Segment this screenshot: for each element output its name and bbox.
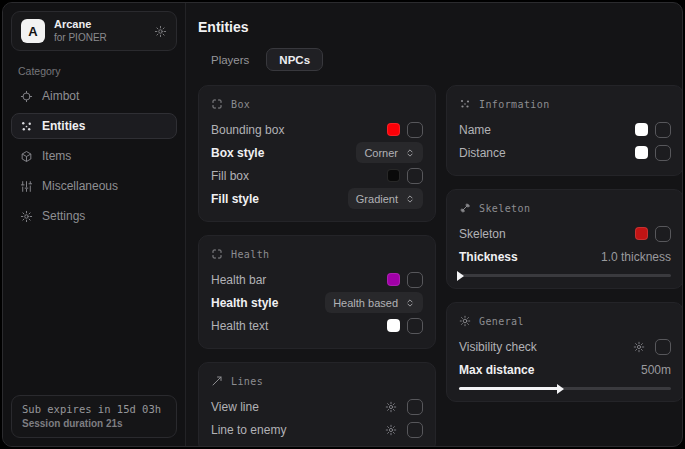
line-to-enemy-gear-icon[interactable] xyxy=(385,424,397,436)
view-line-checkbox[interactable] xyxy=(407,399,423,415)
row-health-style: Health style Health based xyxy=(211,291,423,314)
sidebar-item-label: Miscellaneous xyxy=(42,179,118,193)
unfold-icon xyxy=(405,148,415,158)
app-subtitle: for PIONER xyxy=(54,32,145,45)
box-style-dropdown[interactable]: Corner xyxy=(356,142,423,163)
health-text-checkbox[interactable] xyxy=(407,318,423,334)
page-title: Entities xyxy=(198,19,683,35)
right-column: Information Name Distance xyxy=(446,85,683,402)
card-title: General xyxy=(479,316,524,327)
card-box: Box Bounding box Box style Corner xyxy=(198,85,436,222)
app-logo: A xyxy=(21,19,45,43)
card-lines: Lines View line Line to enemy xyxy=(198,362,436,447)
entities-scatter-icon xyxy=(20,120,33,133)
card-skeleton-header: Skeleton xyxy=(459,199,671,217)
corner-brackets-icon xyxy=(211,248,223,260)
card-health: Health Health bar Health style Health ba… xyxy=(198,235,436,349)
sidebar-item-aimbot[interactable]: Aimbot xyxy=(11,83,177,109)
max-distance-slider-handle[interactable] xyxy=(557,384,564,394)
sidebar-item-entities[interactable]: Entities xyxy=(11,113,177,139)
health-bar-color-swatch[interactable] xyxy=(387,273,400,286)
row-box-style: Box style Corner xyxy=(211,141,423,164)
row-health-text: Health text xyxy=(211,314,423,337)
unfold-icon xyxy=(405,194,415,204)
row-visibility-check: Visibility check xyxy=(459,335,671,358)
brand-card: A Arcane for PIONER xyxy=(11,11,177,51)
thickness-value: 1.0 thickness xyxy=(601,250,671,264)
arcane-window: A Arcane for PIONER Category Aimbot xyxy=(2,2,683,447)
card-information: Information Name Distance xyxy=(446,85,683,176)
view-line-gear-icon[interactable] xyxy=(385,401,397,413)
card-general-header: General xyxy=(459,312,671,330)
unfold-icon xyxy=(405,298,415,308)
line-to-enemy-checkbox[interactable] xyxy=(407,422,423,438)
card-skeleton: Skeleton Skeleton Thickness 1.0 thicknes… xyxy=(446,189,683,289)
sidebar-item-label: Settings xyxy=(42,209,85,223)
sidebar-item-label: Entities xyxy=(42,119,85,133)
tab-npcs[interactable]: NPCs xyxy=(266,48,323,71)
sidebar-item-items[interactable]: Items xyxy=(11,143,177,169)
fill-style-dropdown[interactable]: Gradient xyxy=(348,188,423,209)
visibility-check-checkbox[interactable] xyxy=(655,339,671,355)
visibility-check-gear-icon[interactable] xyxy=(633,341,645,353)
card-information-header: Information xyxy=(459,95,671,113)
name-checkbox[interactable] xyxy=(655,122,671,138)
category-label: Category xyxy=(18,65,177,77)
row-health-bar: Health bar xyxy=(211,268,423,291)
bounding-box-color-swatch[interactable] xyxy=(387,123,400,136)
sub-expires-text: Sub expires in 15d 03h xyxy=(22,403,166,415)
row-bounding-box: Bounding box xyxy=(211,118,423,141)
thickness-slider-block: Thickness 1.0 thickness xyxy=(459,246,671,277)
distance-checkbox[interactable] xyxy=(655,145,671,161)
corner-brackets-icon xyxy=(211,98,223,110)
sidebar-item-label: Items xyxy=(42,149,71,163)
distance-color-swatch[interactable] xyxy=(635,146,648,159)
app-name: Arcane xyxy=(54,18,145,32)
main-content: Entities Players NPCs Box Bounding box xyxy=(186,3,683,446)
health-text-color-swatch[interactable] xyxy=(387,319,400,332)
session-duration-text: Session duration 21s xyxy=(22,418,166,429)
health-bar-checkbox[interactable] xyxy=(407,272,423,288)
subscription-info-card: Sub expires in 15d 03h Session duration … xyxy=(11,395,177,438)
max-distance-value: 500m xyxy=(641,363,671,377)
health-style-dropdown[interactable]: Health based xyxy=(325,292,423,313)
row-skeleton: Skeleton xyxy=(459,222,671,245)
sidebar: A Arcane for PIONER Category Aimbot xyxy=(3,3,186,446)
max-distance-slider-block: Max distance 500m xyxy=(459,359,671,390)
cube-icon xyxy=(20,150,33,163)
row-distance: Distance xyxy=(459,141,671,164)
diagonal-line-icon xyxy=(211,375,223,387)
cards-grid: Box Bounding box Box style Corner xyxy=(198,85,683,447)
entity-tabs: Players NPCs xyxy=(198,48,683,71)
thickness-slider-handle[interactable] xyxy=(457,271,464,281)
skeleton-color-swatch[interactable] xyxy=(635,227,648,240)
sidebar-item-miscellaneous[interactable]: Miscellaneous xyxy=(11,173,177,199)
card-title: Lines xyxy=(231,376,263,387)
row-view-line: View line xyxy=(211,395,423,418)
thickness-slider[interactable] xyxy=(459,274,671,277)
card-title: Information xyxy=(479,99,550,110)
max-distance-slider[interactable] xyxy=(459,387,671,390)
settings-gear-icon[interactable] xyxy=(154,25,167,38)
sidebar-item-settings[interactable]: Settings xyxy=(11,203,177,229)
fill-box-color-swatch[interactable] xyxy=(387,169,400,182)
gear-icon xyxy=(20,210,33,223)
crosshair-icon xyxy=(20,90,33,103)
card-title: Skeleton xyxy=(479,203,530,214)
tab-players[interactable]: Players xyxy=(198,48,262,71)
row-fill-box: Fill box xyxy=(211,164,423,187)
name-color-swatch[interactable] xyxy=(635,123,648,136)
sidebar-item-label: Aimbot xyxy=(42,89,79,103)
skeleton-checkbox[interactable] xyxy=(655,226,671,242)
sidebar-nav: Aimbot Entities Items Miscellaneous xyxy=(11,83,177,229)
bounding-box-checkbox[interactable] xyxy=(407,122,423,138)
sun-icon xyxy=(459,315,471,327)
row-fill-style: Fill style Gradient xyxy=(211,187,423,210)
fill-box-checkbox[interactable] xyxy=(407,168,423,184)
sliders-icon xyxy=(20,180,33,193)
card-title: Health xyxy=(231,249,270,260)
bone-icon xyxy=(459,202,471,214)
left-column: Box Bounding box Box style Corner xyxy=(198,85,436,447)
row-name: Name xyxy=(459,118,671,141)
brand-text: Arcane for PIONER xyxy=(54,18,145,44)
